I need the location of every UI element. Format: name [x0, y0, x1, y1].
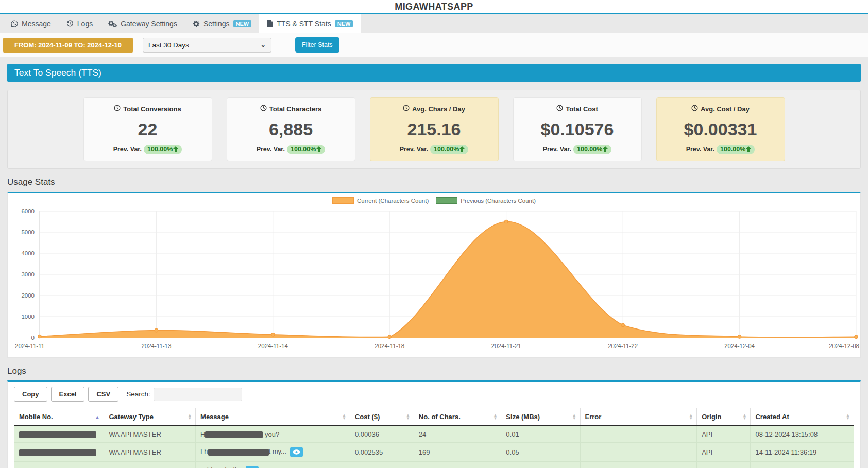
- page-title: MIGAWHATSAPP: [0, 0, 868, 12]
- prev-var-value: 100.00%: [291, 146, 316, 153]
- date-range-button[interactable]: FROM: 2024-11-09 TO: 2024-12-10: [3, 38, 133, 53]
- new-badge: NEW: [233, 20, 252, 27]
- svg-text:5000: 5000: [21, 229, 35, 235]
- tab-message[interactable]: Message: [3, 14, 59, 33]
- new-badge: NEW: [335, 20, 353, 27]
- svg-text:2024-11-14: 2024-11-14: [258, 343, 288, 349]
- gears-icon: [108, 20, 117, 27]
- prev-var-label: Prev. Var.: [686, 146, 714, 153]
- logs-toolbar: Copy Excel CSV Search:: [14, 387, 854, 402]
- tab-settings[interactable]: SettingsNEW: [185, 14, 259, 33]
- clock-icon: [556, 105, 563, 113]
- message-text: I h: [200, 448, 208, 456]
- svg-text:2024-12-08: 2024-12-08: [829, 343, 859, 349]
- prev-var-label: Prev. Var.: [113, 146, 142, 153]
- clock-icon: [691, 105, 698, 113]
- svg-text:2024-11-11: 2024-11-11: [15, 343, 44, 349]
- prev-var-value: 100.00%: [577, 146, 602, 153]
- stat-card: Total Characters6,885Prev. Var.100.00%: [227, 97, 355, 161]
- prev-var-label: Prev. Var.: [543, 146, 571, 153]
- cell-no-of-chars: 377: [414, 462, 501, 468]
- column-header-message[interactable]: Message▲▼: [196, 408, 350, 426]
- column-header-label: Cost ($): [355, 413, 380, 421]
- cell-error: [580, 426, 697, 443]
- tab-tts-stt-stats[interactable]: TTS & STT StatsNEW: [259, 14, 361, 33]
- trend-badge: 100.00%: [430, 145, 468, 154]
- stat-card-title-text: Total Cost: [566, 105, 598, 113]
- tab-gateway-settings[interactable]: Gateway Settings: [100, 14, 185, 33]
- svg-text:2024-11-18: 2024-11-18: [375, 343, 404, 349]
- search-input[interactable]: [154, 388, 242, 401]
- trend-badge: 100.00%: [573, 145, 611, 154]
- tab-label: TTS & STT Stats: [277, 20, 331, 28]
- filter-stats-button[interactable]: Filter Stats: [295, 37, 339, 53]
- date-preset-select[interactable]: Last 30 Days ⌄: [143, 38, 271, 53]
- stat-card: Avg. Cost / Day$0.00331Prev. Var.100.00%: [656, 97, 785, 161]
- column-header-size-mbs[interactable]: Size (MBs)▲▼: [501, 408, 580, 426]
- logs-heading: Logs: [7, 366, 861, 376]
- svg-text:3000: 3000: [21, 271, 35, 278]
- view-message-button[interactable]: [246, 466, 259, 468]
- tab-logs[interactable]: Logs: [59, 14, 100, 33]
- stat-card-prev: Prev. Var.100.00%: [518, 146, 637, 153]
- column-header-label: Size (MBs): [506, 413, 540, 421]
- cell-cost: 0.002535: [350, 443, 414, 462]
- legend-item: Previous (Characters Count): [436, 197, 536, 204]
- cell-cost: 0.005655: [350, 462, 414, 468]
- view-message-button[interactable]: [290, 447, 303, 457]
- svg-text:2024-12-04: 2024-12-04: [724, 343, 755, 349]
- stat-card-value: $0.00331: [661, 119, 780, 140]
- table-row: WA API MASTERI ht my...0.0025351690.05AP…: [14, 443, 854, 462]
- prev-var-value: 100.00%: [434, 146, 459, 153]
- chevron-down-icon: ⌄: [261, 41, 266, 48]
- column-header-gateway-type[interactable]: Gateway Type▲▼: [104, 408, 196, 426]
- column-header-cost[interactable]: Cost ($)▲▼: [350, 408, 414, 426]
- column-header-origin[interactable]: Origin▲▼: [697, 408, 751, 426]
- column-header-error[interactable]: Error▲▼: [580, 408, 697, 426]
- date-preset-value: Last 30 Days: [148, 41, 189, 49]
- column-header-label: Error: [585, 413, 602, 421]
- sort-ascending-icon: ▲: [95, 414, 99, 420]
- svg-text:0: 0: [31, 335, 35, 341]
- tab-label: Logs: [77, 20, 93, 28]
- stat-card-value: 6,885: [231, 119, 351, 140]
- legend-swatch: [332, 197, 354, 204]
- column-header-no-of-chars[interactable]: No. of Chars.▲▼: [414, 408, 501, 426]
- legend-swatch: [436, 197, 457, 204]
- csv-button[interactable]: CSV: [88, 387, 118, 402]
- cell-message: H you?: [196, 426, 350, 443]
- cell-created-at: 14-11-2024 11:36:19: [751, 443, 854, 462]
- prev-var-value: 100.00%: [720, 146, 745, 153]
- redacted-mobile-number: [19, 431, 96, 438]
- cell-cost: 0.00036: [350, 426, 414, 443]
- column-header-created-at[interactable]: Created At▲▼: [751, 408, 854, 426]
- svg-text:2024-11-22: 2024-11-22: [608, 343, 638, 349]
- column-header-label: Message: [200, 413, 229, 421]
- usage-stats-heading: Usage Stats: [7, 177, 861, 187]
- excel-button[interactable]: Excel: [51, 387, 85, 402]
- stat-card-title-text: Total Characters: [269, 105, 322, 113]
- sort-icon: ▲▼: [572, 414, 576, 420]
- usage-area-chart: 01000200030004000500060002024-11-112024-…: [14, 205, 860, 353]
- copy-button[interactable]: Copy: [14, 387, 47, 402]
- tts-section-title: Text To Speech (TTS): [14, 67, 101, 78]
- cell-gateway-type: WA API MASTER: [104, 462, 196, 468]
- sort-icon: ▲▼: [188, 414, 192, 420]
- legend-label: Previous (Characters Count): [461, 198, 536, 204]
- tab-label: Gateway Settings: [121, 20, 177, 28]
- prev-var-value: 100.00%: [147, 146, 173, 153]
- stat-card-title-text: Avg. Cost / Day: [701, 105, 750, 113]
- title-bar: MIGAWHATSAPP: [0, 0, 868, 14]
- cell-mobile-no: [14, 426, 104, 443]
- column-header-mobile-no[interactable]: Mobile No.▲: [14, 408, 104, 426]
- whatsapp-icon: [11, 20, 18, 27]
- trend-badge: 100.00%: [717, 145, 755, 154]
- stat-card-value: 215.16: [375, 119, 494, 140]
- cell-mobile-no: [14, 443, 104, 462]
- cell-error: [580, 443, 697, 462]
- stat-card-title: Total Cost: [518, 105, 637, 113]
- stat-card: Avg. Chars / Day215.16Prev. Var.100.00%: [370, 97, 499, 161]
- cell-size-mbs: 0.09: [501, 462, 580, 468]
- cell-error: [580, 462, 697, 468]
- cell-created-at: 08-12-2024 13:15:08: [751, 426, 854, 443]
